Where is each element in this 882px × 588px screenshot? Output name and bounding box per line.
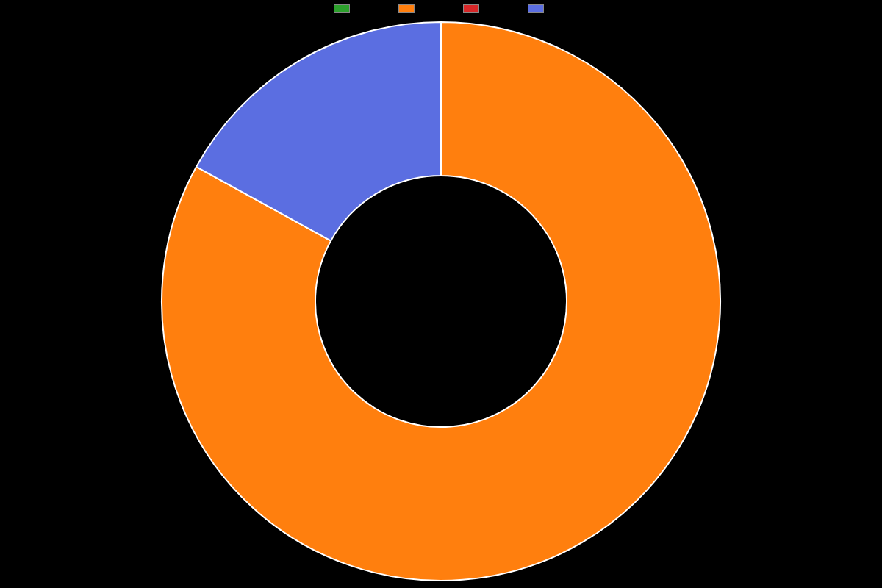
donut-chart [0, 0, 882, 588]
